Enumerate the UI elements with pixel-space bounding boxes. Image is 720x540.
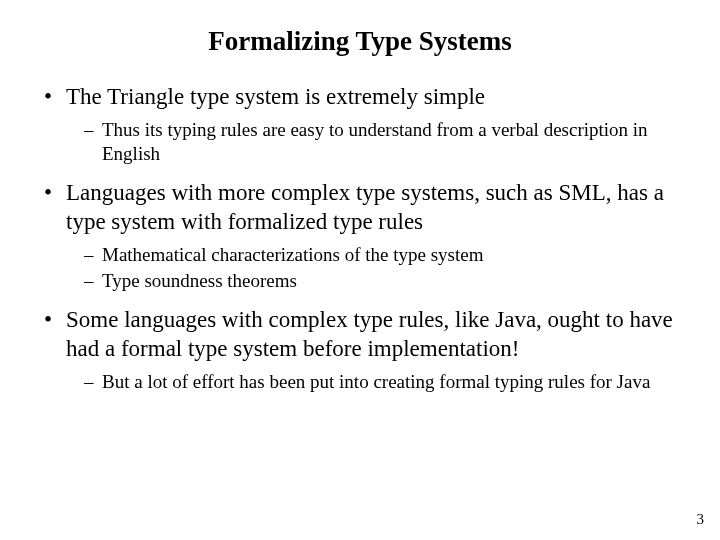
sub-list: Mathematical characterizations of the ty… — [66, 243, 680, 293]
list-item-text: The Triangle type system is extremely si… — [66, 84, 485, 109]
bullet-list: The Triangle type system is extremely si… — [40, 83, 680, 394]
sub-list-item: But a lot of effort has been put into cr… — [66, 370, 680, 394]
sub-list-item: Type soundness theorems — [66, 269, 680, 293]
list-item-text: Some languages with complex type rules, … — [66, 307, 673, 361]
list-item-text: Languages with more complex type systems… — [66, 180, 664, 234]
sub-list-item: Thus its typing rules are easy to unders… — [66, 118, 680, 166]
list-item: The Triangle type system is extremely si… — [40, 83, 680, 165]
sub-list: Thus its typing rules are easy to unders… — [66, 118, 680, 166]
slide-title: Formalizing Type Systems — [40, 26, 680, 57]
list-item: Some languages with complex type rules, … — [40, 306, 680, 393]
sub-list-item: Mathematical characterizations of the ty… — [66, 243, 680, 267]
sub-list: But a lot of effort has been put into cr… — [66, 370, 680, 394]
list-item: Languages with more complex type systems… — [40, 179, 680, 292]
page-number: 3 — [697, 511, 705, 528]
